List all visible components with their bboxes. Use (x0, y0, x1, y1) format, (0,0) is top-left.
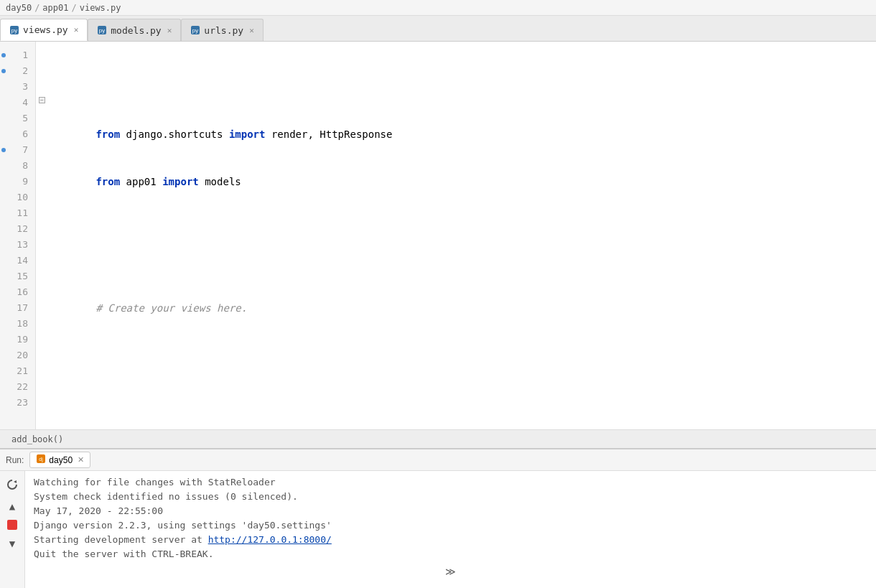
svg-text:dj: dj (39, 457, 44, 462)
kw-from-2: from (95, 176, 120, 187)
python-icon-urls: py (190, 25, 200, 35)
line-num-16: 16 (0, 284, 35, 300)
code-container: 1 2 3 4 5 6 7 8 9 10 11 12 13 14 15 16 1… (0, 42, 876, 429)
code-line-3 (47, 221, 876, 237)
kw-import-2: import (162, 176, 199, 187)
line-num-5: 5 (0, 111, 35, 126)
line-num-1: 1 (0, 47, 35, 63)
comment-4: # Create your views here. (95, 302, 247, 314)
breadcrumb-day50[interactable]: day50 (6, 3, 32, 13)
fold-marker-1[interactable]: − (39, 97, 45, 103)
run-restart-button[interactable] (4, 477, 20, 493)
run-tab-close[interactable]: ✕ (78, 455, 84, 465)
more-button[interactable]: ≫ (34, 564, 867, 579)
tab-models-close[interactable]: ✕ (167, 26, 172, 35)
svg-text:py: py (99, 27, 105, 34)
run-output-line-3: May 17, 2020 - 22:55:00 (34, 504, 867, 518)
run-panel-header: Run: dj day50 ✕ (0, 449, 876, 471)
run-tab-icon: dj (36, 454, 46, 466)
tab-views-label: views.py (23, 24, 68, 35)
status-bar: add_book() (0, 429, 876, 448)
tab-views[interactable]: py views.py ✕ (0, 19, 88, 41)
run-down-button[interactable]: ▼ (4, 536, 20, 551)
line-num-7: 7 (0, 142, 35, 158)
tab-views-close[interactable]: ✕ (74, 25, 79, 34)
breadcrumb-app01[interactable]: app01 (42, 3, 68, 13)
line-num-11: 11 (0, 205, 35, 221)
code-line-6 (47, 411, 876, 426)
run-label: Run: (6, 455, 24, 465)
line-numbers: 1 2 3 4 5 6 7 8 9 10 11 12 13 14 15 16 1… (0, 42, 36, 429)
line-num-12: 12 (0, 221, 35, 237)
svg-text:py: py (11, 27, 17, 34)
line-num-10: 10 (0, 190, 35, 205)
line-num-20: 20 (0, 347, 35, 363)
line-num-6: 6 (0, 126, 35, 142)
line-num-13: 13 (0, 237, 35, 253)
run-sidebar: ▲ ▼ (0, 471, 25, 588)
run-output-line-5: Starting development server at http://12… (34, 533, 867, 547)
status-text: add_book() (11, 434, 63, 444)
tab-urls-close[interactable]: ✕ (249, 26, 254, 35)
line-num-4: 4 (0, 95, 35, 111)
run-output: Watching for file changes with StatReloa… (25, 471, 876, 588)
code-line-4: # Create your views here. (47, 284, 876, 300)
run-panel: Run: dj day50 ✕ ▲ ▼ (0, 448, 876, 588)
tab-bar: py views.py ✕ py models.py ✕ py urls.py … (0, 16, 876, 42)
line-num-3: 3 (0, 79, 35, 95)
line-num-18: 18 (0, 316, 35, 332)
line-num-8: 8 (0, 158, 35, 174)
run-output-line-6: Quit the server with CTRL-BREAK. (34, 547, 867, 561)
run-up-button[interactable]: ▲ (4, 498, 20, 514)
python-icon-views: py (9, 25, 19, 35)
run-output-line-4: Django version 2.2.3, using settings 'da… (34, 518, 867, 533)
code-line-2: from app01 import models (47, 158, 876, 174)
tab-models[interactable]: py models.py ✕ (88, 19, 181, 41)
tab-urls-label: urls.py (204, 25, 243, 36)
run-tab-label: day50 (49, 455, 73, 465)
tab-urls[interactable]: py urls.py ✕ (181, 19, 263, 41)
breadcrumb: day50 / app01 / views.py (0, 0, 876, 16)
svg-marker-8 (14, 480, 17, 483)
kw-from-1: from (95, 129, 120, 140)
line-num-19: 19 (0, 332, 35, 347)
kw-import-1: import (229, 129, 266, 140)
run-output-line-1: Watching for file changes with StatReloa… (34, 475, 867, 490)
python-icon-models: py (97, 25, 107, 35)
svg-text:py: py (192, 27, 198, 34)
run-content: ▲ ▼ Watching for file changes with StatR… (0, 471, 876, 588)
tab-models-label: models.py (111, 25, 161, 36)
code-line-5 (47, 347, 876, 363)
line-num-15: 15 (0, 269, 35, 284)
line-num-21: 21 (0, 363, 35, 379)
run-tab-day50[interactable]: dj day50 ✕ (29, 452, 90, 468)
run-server-link[interactable]: http://127.0.0.1:8000/ (208, 534, 332, 545)
code-line-1: − from django.shortcuts import render, H… (47, 95, 876, 111)
breadcrumb-views[interactable]: views.py (80, 3, 121, 13)
line-num-2: 2 (0, 63, 35, 79)
code-content[interactable]: − from django.shortcuts import render, H… (36, 42, 876, 429)
line-num-17: 17 (0, 300, 35, 316)
run-stop-button[interactable] (7, 520, 17, 530)
line-num-14: 14 (0, 253, 35, 269)
line-num-22: 22 (0, 379, 35, 395)
editor-area: 1 2 3 4 5 6 7 8 9 10 11 12 13 14 15 16 1… (0, 42, 876, 429)
line-num-9: 9 (0, 174, 35, 190)
run-output-line-2: System check identified no issues (0 sil… (34, 490, 867, 504)
line-num-23: 23 (0, 395, 35, 411)
